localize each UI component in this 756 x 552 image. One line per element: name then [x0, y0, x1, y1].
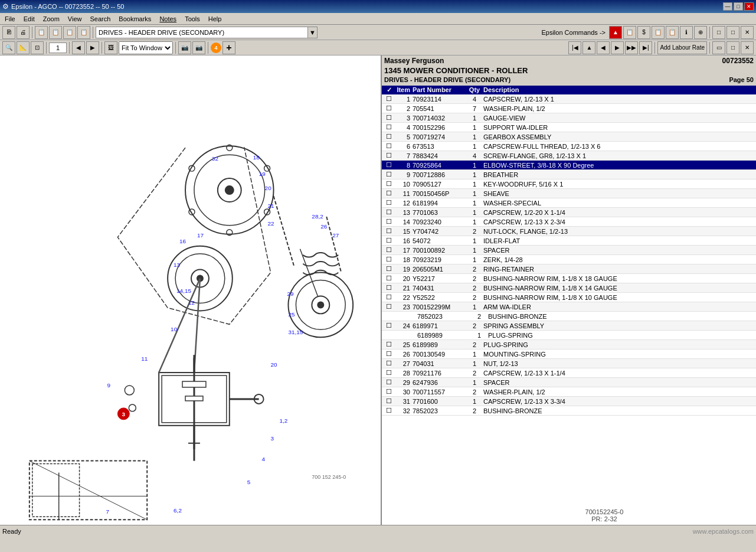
- table-row[interactable]: ☐ 22 Y52522 2 BUSHING-NARROW RIM, 1-1/8 …: [382, 293, 756, 302]
- nav-icon4[interactable]: ▶: [86, 41, 99, 54]
- window-icon2[interactable]: □: [726, 41, 739, 54]
- table-row[interactable]: ☐ 17 700100892 1 SPACER: [382, 246, 756, 255]
- nav-prev-button[interactable]: ◀: [597, 41, 610, 54]
- epsilon-icon10[interactable]: ✕: [741, 26, 754, 39]
- table-row[interactable]: ☐ 8 70925864 1 ELBOW-STREET, 3/8-18 X 90…: [382, 161, 756, 170]
- nav-icon1[interactable]: 📐: [17, 41, 30, 54]
- print-button[interactable]: 🖨: [17, 26, 30, 39]
- table-row[interactable]: ☐ 16 54072 1 IDLER-FLAT: [382, 236, 756, 246]
- table-row[interactable]: ☐ 11 700150456P 1 SHEAVE: [382, 189, 756, 198]
- nav-page-input[interactable]: 1: [49, 43, 67, 53]
- nav-next-button[interactable]: ▶: [611, 41, 624, 54]
- row-checkbox[interactable]: ☐: [383, 360, 395, 367]
- row-checkbox[interactable]: ☐: [383, 237, 395, 244]
- row-checkbox[interactable]: ☐: [383, 218, 395, 226]
- menu-item-help[interactable]: Help: [205, 14, 225, 24]
- row-checkbox[interactable]: ☐: [383, 378, 395, 386]
- table-row[interactable]: ☐ 9 700712886 1 BREATHER: [382, 170, 756, 179]
- epsilon-icon1[interactable]: ▲: [609, 26, 622, 39]
- epsilon-icon3[interactable]: $: [637, 26, 650, 39]
- row-checkbox[interactable]: ☐: [383, 322, 395, 329]
- table-row[interactable]: ☐ 28 70921176 2 CAPSCREW, 1/2-13 X 1-1/4: [382, 368, 756, 378]
- epsilon-icon6[interactable]: ℹ: [680, 26, 693, 39]
- table-row[interactable]: ☐ 6 673513 1 CAPSCREW-FULL THREAD, 1/2-1…: [382, 142, 756, 151]
- table-row[interactable]: 7852023 2 BUSHING-BRONZE: [382, 312, 756, 321]
- table-row[interactable]: ☐ 27 704031 1 NUT, 1/2-13: [382, 359, 756, 368]
- row-checkbox[interactable]: ☐: [383, 199, 395, 207]
- table-row[interactable]: ☐ 14 70923240 1 CAPSCREW, 1/2-13 X 2-3/4: [382, 217, 756, 227]
- nav-prev-section-button[interactable]: ▲: [582, 41, 595, 54]
- table-row[interactable]: ☐ 30 700711557 2 WASHER-PLAIN, 1/2: [382, 387, 756, 397]
- table-row[interactable]: ☐ 10 70905127 1 KEY-WOODRUFF, 5/16 X 1: [382, 179, 756, 189]
- row-checkbox[interactable]: ☐: [383, 161, 395, 169]
- path-input[interactable]: DRIVES - HEADER DRIVE (SECONDARY): [96, 27, 308, 38]
- table-row[interactable]: 6189989 1 PLUG-SPRING: [382, 331, 756, 340]
- zoom-icon3[interactable]: 📷: [192, 41, 205, 54]
- menu-item-edit[interactable]: Edit: [20, 14, 38, 24]
- nav-first-button[interactable]: |◀: [568, 41, 581, 54]
- row-checkbox[interactable]: ☐: [383, 227, 395, 235]
- new-button[interactable]: 🖹: [2, 26, 15, 39]
- row-checkbox[interactable]: ☐: [383, 341, 395, 348]
- row-checkbox[interactable]: ☐: [383, 171, 395, 178]
- epsilon-icon8[interactable]: □: [712, 26, 725, 39]
- row-checkbox[interactable]: ☐: [383, 142, 395, 150]
- fit-to-window-select[interactable]: Fit To Window: [119, 41, 173, 54]
- row-checkbox[interactable]: ☐: [383, 180, 395, 188]
- epsilon-icon4[interactable]: 📋: [652, 26, 665, 39]
- row-checkbox[interactable]: ☐: [383, 152, 395, 159]
- row-checkbox[interactable]: ☐: [383, 275, 395, 282]
- table-row[interactable]: ☐ 29 6247936 1 SPACER: [382, 378, 756, 387]
- row-checkbox[interactable]: ☐: [383, 208, 395, 216]
- row-checkbox[interactable]: ☐: [383, 95, 395, 103]
- tb-icon3[interactable]: 📋: [63, 26, 76, 39]
- row-checkbox[interactable]: ☐: [383, 284, 395, 292]
- row-checkbox[interactable]: ☐: [383, 265, 395, 273]
- row-checkbox[interactable]: ☐: [383, 190, 395, 197]
- path-dropdown[interactable]: DRIVES - HEADER DRIVE (SECONDARY) ▼: [96, 27, 318, 38]
- tb-icon2[interactable]: 📋: [49, 26, 62, 39]
- tb-icon1[interactable]: 📋: [35, 26, 48, 39]
- row-checkbox[interactable]: ☐: [383, 407, 395, 414]
- nav-icon3[interactable]: ◀: [72, 41, 85, 54]
- table-row[interactable]: ☐ 3 700714032 1 GAUGE-VIEW: [382, 113, 756, 123]
- row-checkbox[interactable]: ☐: [383, 246, 395, 254]
- row-checkbox[interactable]: ☐: [383, 104, 395, 112]
- table-row[interactable]: ☐ 13 7701063 1 CAPSCREW, 1/2-20 X 1-1/4: [382, 208, 756, 217]
- table-row[interactable]: ☐ 7 7883424 4 SCREW-FLANGE, GR8, 1/2-13 …: [382, 151, 756, 161]
- menu-item-bookmarks[interactable]: Bookmarks: [115, 14, 155, 24]
- table-row[interactable]: ☐ 26 700130549 1 MOUNTING-SPRING: [382, 350, 756, 359]
- menu-item-view[interactable]: View: [64, 14, 86, 24]
- table-row[interactable]: ☐ 12 6181994 1 WASHER-SPECIAL: [382, 198, 756, 208]
- row-checkbox[interactable]: ☐: [383, 397, 395, 405]
- close-button[interactable]: ✕: [744, 2, 754, 11]
- row-checkbox[interactable]: ☐: [383, 303, 395, 311]
- menu-item-search[interactable]: Search: [86, 14, 114, 24]
- menu-item-zoom[interactable]: Zoom: [40, 14, 63, 24]
- window-icon1[interactable]: ▭: [712, 41, 725, 54]
- table-row[interactable]: ☐ 25 6189989 2 PLUG-SPRING: [382, 340, 756, 350]
- table-row[interactable]: ☐ 18 70923219 1 ZERK, 1/4-28: [382, 255, 756, 264]
- row-checkbox[interactable]: ☐: [383, 123, 395, 131]
- row-checkbox[interactable]: ☐: [383, 133, 395, 141]
- epsilon-icon7[interactable]: ⊕: [694, 26, 707, 39]
- add-labour-rate-button[interactable]: Add Labour Rate: [657, 41, 707, 54]
- table-row[interactable]: ☐ 1 70923114 4 CAPSCREW, 1/2-13 X 1: [382, 94, 756, 104]
- zoom-icon1[interactable]: 🖼: [104, 41, 117, 54]
- path-dropdown-button[interactable]: ▼: [308, 27, 318, 38]
- table-row[interactable]: ☐ 4 700152296 1 SUPPORT WA-IDLER: [382, 123, 756, 132]
- minimize-button[interactable]: —: [723, 2, 732, 11]
- table-row[interactable]: ☐ 24 6189971 2 SPRING ASSEMBLY: [382, 321, 756, 331]
- table-row[interactable]: ☐ 32 7852023 2 BUSHING-BRONZE: [382, 406, 756, 416]
- window-icon3[interactable]: ✕: [741, 41, 754, 54]
- tb-icon4[interactable]: 📋: [77, 26, 90, 39]
- menu-item-file[interactable]: File: [1, 14, 19, 24]
- row-checkbox[interactable]: ☐: [383, 369, 395, 377]
- table-row[interactable]: ☐ 2 705541 7 WASHER-PLAIN, 1/2: [382, 104, 756, 113]
- menu-item-notes[interactable]: Notes: [156, 14, 180, 24]
- maximize-button[interactable]: □: [734, 2, 743, 11]
- table-row[interactable]: ☐ 15 Y704742 2 NUT-LOCK, FLANGE, 1/2-13: [382, 227, 756, 236]
- table-row[interactable]: ☐ 31 7701600 1 CAPSCREW, 1/2-13 X 3-3/4: [382, 397, 756, 406]
- table-row[interactable]: ☐ 20 Y52217 2 BUSHING-NARROW RIM, 1-1/8 …: [382, 274, 756, 283]
- nav-last-button[interactable]: ▶|: [639, 41, 652, 54]
